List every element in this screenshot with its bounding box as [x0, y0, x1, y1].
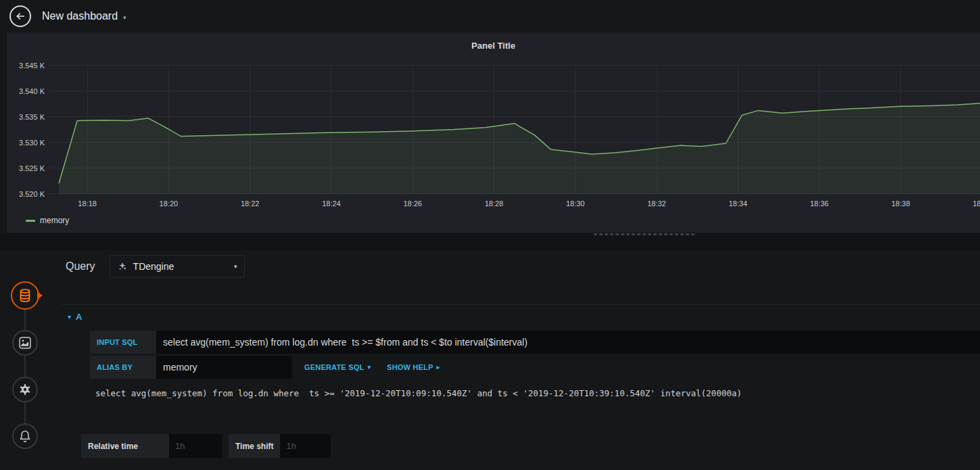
time-shift-label: Time shift	[229, 434, 280, 458]
relative-time-input[interactable]	[169, 434, 222, 458]
query-options-row: Relative time Time shift	[81, 434, 331, 458]
panel-editor: Query TDengine ▾ ▾ A INPUT SQL ALIAS BY …	[0, 250, 980, 470]
x-tick-label: 18:38	[886, 199, 916, 208]
show-help-label: SHOW HELP	[387, 363, 433, 371]
alias-by-row: ALIAS BY GENERATE SQL ▾ SHOW HELP ▸	[90, 356, 980, 379]
time-shift-input[interactable]	[280, 434, 331, 458]
generate-sql-button[interactable]: GENERATE SQL ▾	[300, 356, 375, 379]
x-tick-label: 18:30	[561, 199, 590, 208]
bell-icon	[18, 429, 32, 443]
y-tick-label: 3.520 K	[7, 190, 45, 198]
graph-panel: Panel Title 3.545 K3.540 K3.535 K3.530 K…	[7, 32, 980, 233]
legend-color-swatch[interactable]	[26, 220, 35, 222]
tab-rail-connector	[24, 296, 26, 436]
y-tick-label: 3.530 K	[7, 139, 45, 147]
generated-sql-text: select avg(mem_system) from log.dn where…	[95, 388, 742, 398]
x-tick-label: 18:36	[804, 199, 834, 208]
legend-series-label[interactable]: memory	[40, 216, 69, 225]
chevron-down-icon[interactable]: ▾	[123, 12, 126, 21]
input-sql-row: INPUT SQL	[90, 331, 980, 354]
tab-alert[interactable]	[12, 423, 38, 449]
datasource-name: TDengine	[133, 261, 234, 272]
y-tick-label: 3.525 K	[7, 164, 45, 172]
x-tick-label: 18:24	[317, 199, 346, 208]
y-tick-label: 3.545 K	[7, 62, 45, 70]
chevron-down-icon: ▾	[234, 263, 237, 270]
show-help-button[interactable]: SHOW HELP ▸	[383, 356, 444, 379]
tab-queries[interactable]	[11, 281, 39, 310]
alias-by-label: ALIAS BY	[90, 356, 156, 379]
spacer	[222, 434, 229, 458]
y-axis: 3.545 K3.540 K3.535 K3.530 K3.525 K3.520…	[7, 65, 45, 194]
x-tick-label: 18:20	[154, 199, 183, 208]
x-axis: 18:1818:2018:2218:2418:2618:2818:3018:32…	[49, 199, 980, 209]
plot-area[interactable]	[49, 65, 980, 194]
relative-time-label: Relative time	[81, 434, 169, 458]
gear-icon	[18, 383, 32, 396]
input-sql-field[interactable]	[156, 331, 980, 354]
alias-by-field[interactable]	[156, 356, 292, 379]
query-section-label: Query	[66, 260, 95, 273]
x-tick-label: 18:40	[967, 199, 980, 208]
tab-visualization[interactable]	[12, 330, 38, 356]
query-row-header[interactable]: ▾ A	[61, 304, 980, 329]
panel-resize-strip	[0, 233, 980, 250]
chevron-down-icon: ▾	[367, 364, 371, 371]
horizontal-scrollbar[interactable]	[594, 233, 695, 235]
chevron-right-icon: ▸	[437, 364, 440, 371]
tab-general[interactable]	[12, 377, 38, 402]
y-tick-label: 3.535 K	[7, 113, 45, 121]
x-tick-label: 18:32	[642, 199, 672, 208]
top-navigation-bar: New dashboard ▾	[0, 0, 980, 32]
query-ref-id: A	[76, 312, 82, 322]
collapse-icon[interactable]: ▾	[68, 313, 71, 321]
chart-icon	[18, 336, 32, 350]
y-tick-label: 3.540 K	[7, 87, 45, 95]
x-tick-label: 18:26	[398, 199, 427, 208]
query-header: Query TDengine ▾	[66, 255, 245, 278]
x-tick-label: 18:22	[235, 199, 265, 208]
dashboard-title[interactable]: New dashboard	[42, 10, 118, 22]
generate-sql-label: GENERATE SQL	[304, 363, 364, 371]
datasource-picker[interactable]: TDengine ▾	[110, 255, 245, 278]
x-tick-label: 18:18	[72, 199, 102, 208]
timeseries-chart	[49, 65, 980, 194]
panel-title[interactable]: Panel Title	[7, 41, 980, 51]
tdengine-logo-icon	[117, 261, 128, 272]
legend: memory	[26, 216, 69, 225]
x-tick-label: 18:28	[479, 199, 509, 208]
arrow-left-icon	[15, 11, 26, 22]
back-button[interactable]	[9, 5, 31, 27]
input-sql-label: INPUT SQL	[90, 331, 156, 354]
database-icon	[18, 288, 32, 303]
x-tick-label: 18:34	[723, 199, 753, 208]
